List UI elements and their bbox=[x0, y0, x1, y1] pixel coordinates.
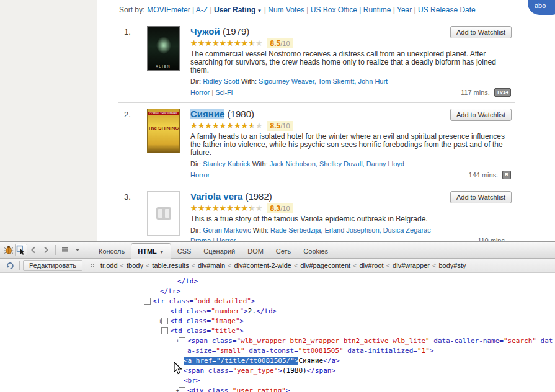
cast-link[interactable]: Dusica Zegarac bbox=[383, 226, 431, 234]
expander-minus-icon[interactable]: − bbox=[144, 298, 151, 305]
rating-line: ★★★★★★★★★★★★★★★★★★★★8.5/10 bbox=[190, 121, 511, 130]
sort-option-runtime[interactable]: Runtime bbox=[363, 6, 391, 14]
no-poster-icon bbox=[156, 207, 171, 220]
star-rating-bar[interactable]: ★★★★★★★★★★★★★★★★★★★★ bbox=[190, 204, 263, 212]
genre-link[interactable]: Drama bbox=[190, 237, 211, 241]
expander-plus-icon[interactable]: + bbox=[179, 337, 185, 344]
sort-option-user-rating[interactable]: User Rating ▼ bbox=[214, 6, 262, 14]
path-item[interactable]: tbody bbox=[125, 261, 145, 270]
movie-description: A family heads to an isolated hotel for … bbox=[190, 133, 511, 157]
add-to-watchlist-button[interactable]: Add to Watchlist bbox=[450, 26, 512, 38]
path-item[interactable]: div#root bbox=[358, 261, 386, 270]
cast-link[interactable]: Shelley Duvall bbox=[319, 160, 363, 167]
panel-list-icon[interactable] bbox=[59, 244, 71, 256]
forward-icon[interactable] bbox=[40, 244, 52, 256]
rating-max: /10 bbox=[280, 122, 290, 130]
star-rating-bar[interactable]: ★★★★★★★★★★★★★★★★★★★★ bbox=[190, 39, 263, 47]
genre-link[interactable]: Horror bbox=[190, 89, 210, 96]
genre-link[interactable]: Sci-Fi bbox=[215, 89, 233, 96]
html-tree-line[interactable]: +<td class="image"> bbox=[0, 316, 555, 326]
director-link[interactable]: Stanley Kubrick bbox=[203, 160, 250, 167]
tab-console[interactable]: Консоль bbox=[92, 244, 131, 259]
cast-link[interactable]: Erland Josephson bbox=[324, 226, 379, 234]
cast-link[interactable]: Tom Skerritt bbox=[318, 78, 355, 85]
expander-plus-icon[interactable]: + bbox=[161, 318, 168, 324]
attribute-name-token: data-caller-name= bbox=[430, 337, 504, 345]
about-bubble[interactable]: abo bbox=[528, 0, 555, 15]
tag-token: <td bbox=[170, 317, 182, 325]
tab-html[interactable]: HTML▼ bbox=[131, 243, 171, 259]
movie-poster[interactable]: COMING THIS SUMMERThe SHINING bbox=[147, 109, 180, 153]
html-tree-line[interactable]: </td> bbox=[0, 277, 555, 287]
page-left-margin bbox=[0, 0, 97, 241]
selected-tree-line[interactable]: <a href="/title/tt0081505/">Сияние</a> bbox=[0, 356, 555, 366]
sort-option-num-votes[interactable]: Num Votes bbox=[268, 6, 304, 14]
rating-badge: 8.5/10 bbox=[267, 121, 293, 131]
tag-token: </span> bbox=[307, 367, 335, 375]
text-node-token: (1980) bbox=[282, 367, 307, 375]
path-item[interactable]: div#content-2-wide bbox=[233, 261, 293, 270]
director-link[interactable]: Ridley Scott bbox=[203, 78, 239, 85]
star-rating-bar[interactable]: ★★★★★★★★★★★★★★★★★★★★ bbox=[190, 122, 263, 130]
html-tree-line[interactable]: −<td class="title"> bbox=[0, 326, 555, 336]
path-item[interactable]: table.results bbox=[150, 261, 190, 270]
with-label: With: bbox=[239, 78, 259, 85]
add-to-watchlist-button[interactable]: Add to Watchlist bbox=[450, 109, 512, 121]
html-tree-line[interactable]: <span class="year_type">(1980)</span> bbox=[0, 366, 555, 376]
path-item[interactable]: div#main bbox=[196, 261, 227, 270]
cast-link[interactable]: Danny Lloyd bbox=[366, 160, 404, 167]
cast-link[interactable]: Sigourney Weaver bbox=[259, 78, 314, 85]
cast-link[interactable]: Jack Nicholson bbox=[270, 160, 316, 167]
expander-plus-icon[interactable]: + bbox=[179, 387, 185, 392]
path-item[interactable]: tr.odd bbox=[99, 261, 120, 270]
path-options-icon[interactable] bbox=[89, 262, 97, 269]
movie-title-link[interactable]: Сияние bbox=[190, 109, 224, 119]
tag-token: <a bbox=[184, 357, 192, 365]
inspect-element-icon[interactable] bbox=[15, 244, 27, 256]
movie-credits: Dir: Stanley Kubrick With: Jack Nicholso… bbox=[190, 160, 511, 168]
sort-option-us-box-office[interactable]: US Box Office bbox=[311, 6, 357, 14]
tab-cookies[interactable]: Cookies bbox=[297, 244, 334, 259]
html-tree-line[interactable]: <td class="number">2.</td> bbox=[0, 306, 555, 316]
attribute-value-token: "/title/tt0081505/" bbox=[216, 357, 295, 365]
attribute-value-token: "wlb_wrapper btn2_wrapper btn2_active wl… bbox=[236, 337, 429, 345]
html-tree-line[interactable]: +<span class="wlb_wrapper btn2_wrapper b… bbox=[0, 336, 555, 356]
path-item[interactable]: div#pagecontent bbox=[298, 261, 352, 270]
tab-caret-icon: ▼ bbox=[159, 249, 164, 255]
movie-poster[interactable] bbox=[147, 191, 180, 236]
html-tree-line[interactable]: +<div class="user_rating"> bbox=[0, 386, 555, 392]
tab-css[interactable]: CSS bbox=[171, 244, 198, 259]
path-item[interactable]: div#wrapper bbox=[391, 261, 432, 270]
dropdown-caret-icon[interactable] bbox=[71, 244, 84, 256]
director-link[interactable]: Goran Markovic bbox=[203, 226, 251, 234]
expander-minus-icon[interactable]: − bbox=[161, 327, 168, 334]
movie-title-link[interactable]: Variola vera bbox=[190, 191, 242, 202]
refresh-icon[interactable] bbox=[4, 259, 16, 272]
cast-link[interactable]: John Hurt bbox=[358, 78, 388, 85]
back-icon[interactable] bbox=[27, 244, 40, 256]
genre-link[interactable]: Horror bbox=[190, 171, 210, 179]
cast-link[interactable]: Rade Serbedzija bbox=[270, 226, 321, 234]
movie-title-link[interactable]: Чужой bbox=[190, 26, 220, 37]
movie-poster[interactable]: ALIEN bbox=[147, 26, 180, 71]
html-tree-line[interactable]: </tr> bbox=[0, 287, 555, 296]
sort-option-moviemeter[interactable]: MOVIEmeter bbox=[147, 6, 190, 14]
tab-dom[interactable]: DOM bbox=[241, 244, 270, 259]
edit-button[interactable]: Редактировать bbox=[23, 260, 82, 271]
add-to-watchlist-button[interactable]: Add to Watchlist bbox=[450, 191, 512, 203]
tab-net[interactable]: Сеть bbox=[270, 244, 297, 259]
dir-label: Dir: bbox=[190, 78, 203, 85]
path-item[interactable]: body#sty bbox=[437, 261, 468, 270]
firebug-bug-icon[interactable] bbox=[2, 244, 15, 256]
sort-option-us-release-date[interactable]: US Release Date bbox=[418, 6, 476, 14]
attribute-name-token: class= bbox=[165, 297, 193, 305]
runtime: 144 mins. bbox=[469, 171, 499, 179]
sort-option-a-z[interactable]: A-Z bbox=[196, 6, 208, 14]
html-tree-line[interactable]: <br> bbox=[0, 376, 555, 386]
genre-link[interactable]: Horror bbox=[216, 237, 236, 241]
star-fill: ★★★★★★★★★★ bbox=[190, 122, 252, 130]
html-tree-line[interactable]: −<tr class="odd detailed"> bbox=[0, 296, 555, 306]
tag-token: > bbox=[240, 317, 244, 325]
tab-script[interactable]: Сценарий bbox=[197, 244, 241, 259]
sort-option-year[interactable]: Year bbox=[397, 6, 412, 14]
